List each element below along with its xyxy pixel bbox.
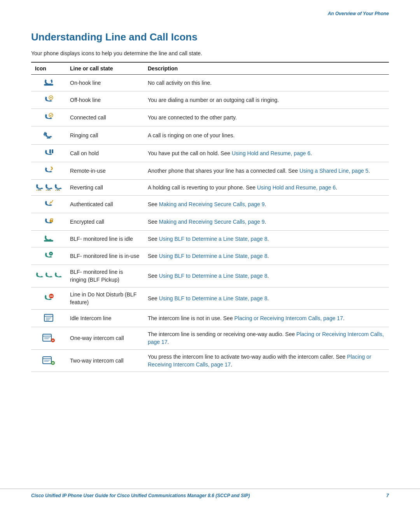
svg-rect-8 [38,190,39,191]
description-after: . [336,184,337,191]
header-row: Icon Line or call state Description [31,62,389,75]
description-text: A holding call is reverting to your phon… [148,184,257,191]
row-description: See Using BLF to Determine a Line State,… [144,231,389,247]
table-row: Reverting callA holding call is revertin… [31,180,389,196]
table-row: BLF‑ monitored line is in-useSee Using B… [31,247,389,265]
table-row: Call on holdYou have put the call on hol… [31,145,389,162]
description-link[interactable]: Making and Receiving Secure Calls, page … [159,201,265,207]
table-row: BLF‑ monitored line is ringing (BLF Pick… [31,265,389,287]
row-icon-cell [31,231,66,247]
row-state: Call on hold [66,145,144,162]
table-row: One-way intercom callThe intercom line i… [31,327,389,350]
svg-rect-4 [49,149,51,153]
table-body: On-hook lineNo call activity on this lin… [31,75,389,372]
row-state: Encrypted call [66,213,144,231]
row-state: BLF‑ monitored line is ringing (BLF Pick… [66,265,144,287]
description-link[interactable]: Using BLF to Determine a Line State, pag… [159,253,268,259]
icon-blf-inuse [35,251,62,261]
row-description: The intercom line is sending or receivin… [144,327,389,350]
svg-rect-15 [55,190,56,191]
row-icon-cell [31,91,66,109]
description-after: . [343,315,345,321]
row-icon-cell [31,196,66,213]
row-icon-cell [31,349,66,372]
row-state: Two-way intercom call [66,349,144,372]
row-state: Remote-in-use [66,162,144,180]
row-state: Reverting call [66,180,144,196]
svg-rect-3 [47,137,51,138]
icon-idle-intercom [35,313,62,324]
row-description: You are dialing a number or an outgoing … [144,91,389,109]
row-icon-cell [31,162,66,180]
table-row: Remote-in-useAnother phone that shares y… [31,162,389,180]
row-icon-cell [31,109,66,126]
svg-rect-9 [40,190,41,191]
icons-table: Icon Line or call state Description On-h… [31,62,389,372]
table-row: Connected callYou are connected to the o… [31,109,389,126]
row-description: See Using BLF to Determine a Line State,… [144,247,389,265]
svg-rect-12 [48,190,49,191]
svg-rect-13 [50,190,51,191]
row-state: Line in Do Not Disturb (BLF feature) [66,287,144,310]
row-state: One-way intercom call [66,327,144,350]
icon-blf-idle [35,234,62,244]
icon-reverting [35,183,62,192]
table-row: Off-hook lineYou are dialing a number or… [31,91,389,109]
row-icon-cell [31,126,66,145]
icon-off-hook [35,95,62,105]
row-description: See Making and Receiving Secure Calls, p… [144,213,389,231]
description-after: . [267,236,269,242]
icon-ringing [35,130,62,141]
description-link[interactable]: Using BLF to Determine a Line State, pag… [159,273,268,279]
row-description: The intercom line is not in use. See Pla… [144,310,389,327]
table-row: Line in Do Not Disturb (BLF feature)See … [31,287,389,310]
description-link[interactable]: Using Hold and Resume, page 6 [232,150,310,156]
table-row: Authenticated callSee Making and Receivi… [31,196,389,213]
icon-on-hook [35,78,62,88]
svg-rect-7 [37,190,37,191]
icon-two-way-intercom [35,355,62,366]
intro-text: Your phone displays icons to help you de… [31,50,389,56]
row-state: Connected call [66,109,144,126]
description-link[interactable]: Making and Receiving Secure Calls, page … [159,219,265,225]
description-link[interactable]: Using a Shared Line, page 5 [299,168,368,174]
row-icon-cell [31,145,66,162]
description-after: . [168,339,169,345]
row-state: Authenticated call [66,196,144,213]
description-text: You press the intercom line to activate … [148,354,347,360]
description-text: See [148,236,159,242]
description-text: The intercom line is not in use. See [148,315,234,321]
row-state: Idle Intercom line [66,310,144,327]
row-description: No call activity on this line. [144,75,389,91]
top-right-label: An Overview of Your Phone [328,11,389,16]
row-description: A call is ringing on one of your lines. [144,126,389,145]
table-row: Idle Intercom lineThe intercom line is n… [31,310,389,327]
footer-left: Cisco Unified IP Phone User Guide for Ci… [31,493,250,498]
row-icon-cell [31,75,66,91]
table-row: BLF‑ monitored line is idleSee Using BLF… [31,231,389,247]
description-link[interactable]: Using Hold and Resume, page 6 [257,184,336,191]
description-text: You have put the call on hold. See [148,150,232,156]
row-icon-cell [31,265,66,287]
svg-rect-11 [46,190,47,191]
svg-point-19 [51,221,52,221]
description-link[interactable]: Using BLF to Determine a Line State, pag… [159,295,268,301]
description-link[interactable]: Using BLF to Determine a Line State, pag… [159,236,268,242]
description-text: See [148,273,159,279]
row-icon-cell [31,180,66,196]
table-row: On-hook lineNo call activity on this lin… [31,75,389,91]
description-link[interactable]: Placing or Receiving Intercom Calls, pag… [234,315,343,321]
svg-rect-16 [57,190,58,191]
icon-authenticated [35,199,62,210]
icon-blf-ringing [35,271,62,280]
row-description: You have put the call on hold. See Using… [144,145,389,162]
description-after: . [267,253,269,259]
icon-one-way-intercom [35,333,62,344]
icon-remote-in-use [35,165,62,176]
row-description: See Making and Receiving Secure Calls, p… [144,196,389,213]
row-icon-cell [31,287,66,310]
row-icon-cell [31,310,66,327]
description-after: . [310,150,312,156]
section-title: Understanding Line and Call Icons [31,31,389,43]
row-description: See Using BLF to Determine a Line State,… [144,265,389,287]
